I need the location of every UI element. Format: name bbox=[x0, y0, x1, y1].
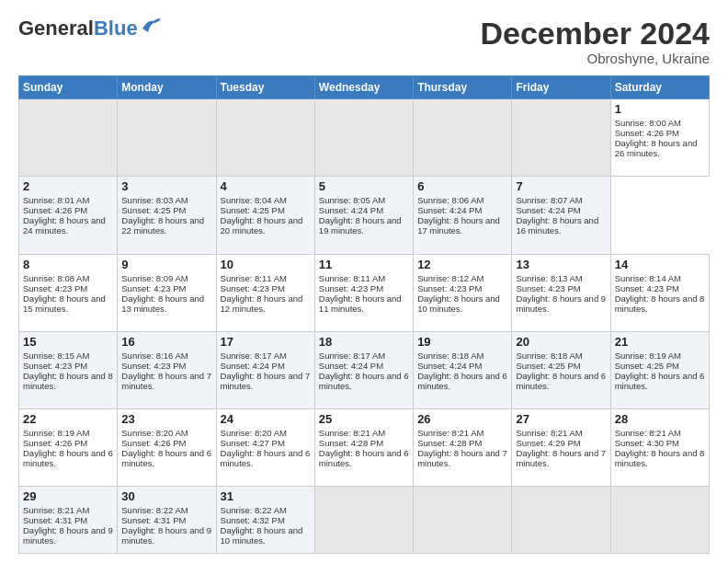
sunset-text: Sunset: 4:23 PM bbox=[121, 361, 186, 371]
table-row: 12Sunrise: 8:12 AMSunset: 4:23 PMDayligh… bbox=[414, 254, 512, 331]
table-row: 7Sunrise: 8:07 AMSunset: 4:24 PMDaylight… bbox=[512, 177, 610, 254]
day-number: 27 bbox=[516, 412, 606, 426]
col-thursday: Thursday bbox=[414, 76, 512, 99]
sunset-text: Sunset: 4:23 PM bbox=[221, 283, 285, 293]
day-number: 30 bbox=[121, 489, 211, 503]
day-number: 28 bbox=[615, 412, 705, 426]
table-row: 23Sunrise: 8:20 AMSunset: 4:26 PMDayligh… bbox=[118, 408, 216, 486]
logo-bird-icon bbox=[141, 16, 161, 34]
daylight-text: Daylight: 8 hours and 6 minutes. bbox=[121, 448, 211, 468]
empty-cell bbox=[314, 486, 413, 553]
table-row: 4Sunrise: 8:04 AMSunset: 4:25 PMDaylight… bbox=[216, 177, 314, 254]
table-row: 18Sunrise: 8:17 AMSunset: 4:24 PMDayligh… bbox=[314, 331, 413, 408]
title-block: December 2024 Obroshyne, Ukraine bbox=[480, 17, 710, 66]
sunset-text: Sunset: 4:26 PM bbox=[121, 438, 186, 448]
sunrise-text: Sunrise: 8:18 AM bbox=[417, 350, 483, 361]
empty-cell bbox=[19, 99, 118, 177]
sunset-text: Sunset: 4:24 PM bbox=[417, 361, 482, 371]
day-number: 31 bbox=[221, 489, 311, 503]
day-number: 19 bbox=[417, 335, 507, 349]
table-row: 2Sunrise: 8:01 AMSunset: 4:26 PMDaylight… bbox=[19, 177, 118, 254]
table-row: 19Sunrise: 8:18 AMSunset: 4:24 PMDayligh… bbox=[414, 331, 512, 408]
sunset-text: Sunset: 4:24 PM bbox=[319, 361, 383, 371]
empty-cell bbox=[314, 99, 413, 177]
daylight-text: Daylight: 8 hours and 16 minutes. bbox=[516, 215, 598, 236]
daylight-text: Daylight: 8 hours and 6 minutes. bbox=[319, 448, 409, 468]
daylight-text: Daylight: 8 hours and 8 minutes. bbox=[615, 448, 705, 468]
day-number: 26 bbox=[417, 412, 507, 426]
sunrise-text: Sunrise: 8:21 AM bbox=[516, 428, 582, 438]
daylight-text: Daylight: 8 hours and 22 minutes. bbox=[121, 215, 204, 236]
sunrise-text: Sunrise: 8:08 AM bbox=[23, 273, 89, 283]
day-number: 2 bbox=[23, 179, 113, 193]
day-number: 7 bbox=[516, 179, 606, 193]
daylight-text: Daylight: 8 hours and 9 minutes. bbox=[23, 525, 113, 546]
sunset-text: Sunset: 4:25 PM bbox=[121, 205, 186, 215]
table-row: 9Sunrise: 8:09 AMSunset: 4:23 PMDaylight… bbox=[118, 254, 216, 331]
daylight-text: Daylight: 8 hours and 15 minutes. bbox=[23, 293, 106, 314]
sunrise-text: Sunrise: 8:20 AM bbox=[221, 428, 287, 438]
sunrise-text: Sunrise: 8:09 AM bbox=[121, 273, 188, 283]
sunrise-text: Sunrise: 8:19 AM bbox=[615, 350, 681, 361]
sunset-text: Sunset: 4:23 PM bbox=[121, 283, 186, 293]
sunset-text: Sunset: 4:26 PM bbox=[23, 438, 87, 448]
sunrise-text: Sunrise: 8:04 AM bbox=[221, 195, 287, 205]
daylight-text: Daylight: 8 hours and 20 minutes. bbox=[221, 215, 303, 236]
day-number: 4 bbox=[221, 179, 311, 193]
sunset-text: Sunset: 4:24 PM bbox=[221, 361, 285, 371]
day-number: 8 bbox=[23, 258, 113, 271]
day-number: 22 bbox=[23, 412, 113, 426]
sunrise-text: Sunrise: 8:01 AM bbox=[23, 195, 89, 205]
sunset-text: Sunset: 4:25 PM bbox=[516, 361, 580, 371]
empty-cell bbox=[216, 99, 314, 177]
daylight-text: Daylight: 8 hours and 7 minutes. bbox=[221, 371, 311, 391]
day-number: 18 bbox=[319, 335, 409, 349]
table-row: 26Sunrise: 8:21 AMSunset: 4:28 PMDayligh… bbox=[414, 408, 512, 486]
day-number: 21 bbox=[615, 335, 705, 349]
sunrise-text: Sunrise: 8:18 AM bbox=[516, 350, 582, 361]
table-row: 5Sunrise: 8:05 AMSunset: 4:24 PMDaylight… bbox=[314, 177, 413, 254]
table-row: 25Sunrise: 8:21 AMSunset: 4:28 PMDayligh… bbox=[314, 408, 413, 486]
day-number: 11 bbox=[319, 258, 409, 271]
sunset-text: Sunset: 4:23 PM bbox=[23, 361, 87, 371]
daylight-text: Daylight: 8 hours and 8 minutes. bbox=[23, 371, 113, 391]
sunset-text: Sunset: 4:32 PM bbox=[221, 515, 285, 525]
day-number: 23 bbox=[121, 412, 211, 426]
day-number: 20 bbox=[516, 335, 606, 349]
col-tuesday: Tuesday bbox=[216, 76, 314, 99]
sunrise-text: Sunrise: 8:17 AM bbox=[319, 350, 385, 361]
sunrise-text: Sunrise: 8:16 AM bbox=[121, 350, 188, 361]
empty-cell bbox=[118, 99, 216, 177]
table-row: 15Sunrise: 8:15 AMSunset: 4:23 PMDayligh… bbox=[19, 331, 118, 408]
table-row: 6Sunrise: 8:06 AMSunset: 4:24 PMDaylight… bbox=[414, 177, 512, 254]
sunrise-text: Sunrise: 8:07 AM bbox=[516, 195, 582, 205]
sunset-text: Sunset: 4:30 PM bbox=[615, 438, 679, 448]
day-number: 6 bbox=[417, 179, 507, 193]
day-number: 12 bbox=[417, 258, 507, 271]
table-row: 13Sunrise: 8:13 AMSunset: 4:23 PMDayligh… bbox=[512, 254, 610, 331]
sunset-text: Sunset: 4:28 PM bbox=[417, 438, 482, 448]
daylight-text: Daylight: 8 hours and 6 minutes. bbox=[516, 371, 606, 391]
sunrise-text: Sunrise: 8:03 AM bbox=[121, 195, 188, 205]
table-row: 17Sunrise: 8:17 AMSunset: 4:24 PMDayligh… bbox=[216, 331, 314, 408]
sunrise-text: Sunrise: 8:21 AM bbox=[319, 428, 385, 438]
empty-cell bbox=[512, 99, 610, 177]
table-row: 20Sunrise: 8:18 AMSunset: 4:25 PMDayligh… bbox=[512, 331, 610, 408]
header-row: Sunday Monday Tuesday Wednesday Thursday… bbox=[19, 76, 710, 99]
daylight-text: Daylight: 8 hours and 8 minutes. bbox=[615, 293, 705, 314]
col-friday: Friday bbox=[512, 76, 610, 99]
daylight-text: Daylight: 8 hours and 6 minutes. bbox=[221, 448, 311, 468]
table-row: 11Sunrise: 8:11 AMSunset: 4:23 PMDayligh… bbox=[314, 254, 413, 331]
table-row: 28Sunrise: 8:21 AMSunset: 4:30 PMDayligh… bbox=[610, 408, 709, 486]
table-row: 1Sunrise: 8:00 AMSunset: 4:26 PMDaylight… bbox=[610, 99, 709, 177]
empty-cell bbox=[610, 486, 709, 553]
sunset-text: Sunset: 4:24 PM bbox=[417, 205, 482, 215]
daylight-text: Daylight: 8 hours and 11 minutes. bbox=[319, 293, 402, 314]
table-row: 16Sunrise: 8:16 AMSunset: 4:23 PMDayligh… bbox=[118, 331, 216, 408]
sunrise-text: Sunrise: 8:05 AM bbox=[319, 195, 385, 205]
sunrise-text: Sunrise: 8:00 AM bbox=[615, 118, 681, 128]
daylight-text: Daylight: 8 hours and 9 minutes. bbox=[516, 293, 606, 314]
daylight-text: Daylight: 8 hours and 7 minutes. bbox=[516, 448, 606, 468]
sunrise-text: Sunrise: 8:15 AM bbox=[23, 350, 89, 361]
daylight-text: Daylight: 8 hours and 26 minutes. bbox=[615, 138, 698, 158]
